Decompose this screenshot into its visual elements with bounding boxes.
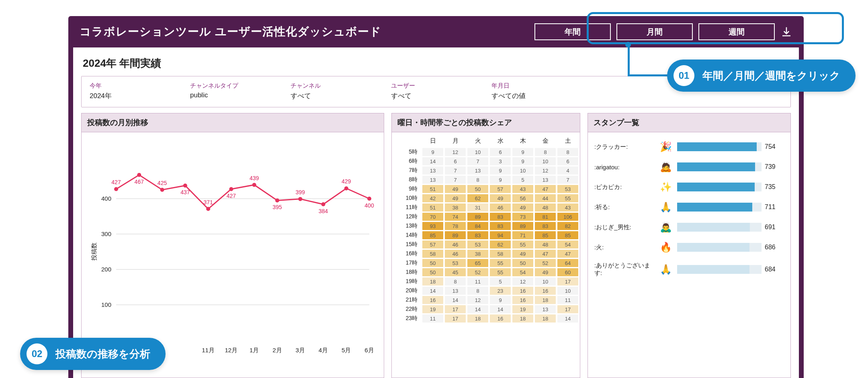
svg-text:200: 200 (101, 266, 111, 273)
svg-point-31 (275, 198, 279, 202)
stamp-bar (677, 162, 762, 171)
heatmap-cell: 3 (490, 157, 511, 165)
svg-point-17 (114, 187, 118, 191)
heatmap-cell: 10 (535, 157, 556, 165)
heatmap-cell: 14 (422, 157, 443, 165)
heatmap-hour: 13時 (398, 222, 421, 230)
stamp-row: :arigatou:🙇739 (594, 161, 784, 173)
stamp-emoji-icon: ✨ (658, 181, 674, 193)
svg-point-39 (367, 197, 371, 201)
heatmap-cell: 14 (490, 305, 511, 313)
stamp-bar (677, 183, 762, 191)
svg-text:11月: 11月 (202, 347, 215, 353)
heatmap-cell: 46 (490, 203, 511, 212)
heatmap-cell: 12 (535, 166, 556, 175)
callout-02-text: 投稿数の推移を分析 (55, 347, 150, 361)
heatmap-hour: 7時 (398, 167, 421, 174)
stamp-row: :クラッカー:🎉754 (594, 141, 784, 152)
heatmap-cell: 49 (512, 203, 533, 212)
filter-value: 2024年 (90, 91, 154, 101)
heatmap-cell: 23 (490, 287, 511, 295)
heatmap-hour: 16時 (398, 250, 421, 257)
heatmap-cell: 49 (445, 194, 466, 202)
heatmap-cell: 10 (557, 287, 578, 295)
heatmap-cell: 44 (535, 194, 556, 202)
heatmap-cell: 12 (512, 277, 533, 286)
heatmap-cell: 9 (490, 166, 511, 175)
heatmap-row: 7時13713910124 (398, 166, 573, 175)
heatmap-cell: 5 (490, 277, 511, 286)
heatmap-cell: 42 (422, 194, 443, 202)
heatmap-cell: 9 (512, 157, 533, 165)
heatmap-row: 16時58463858494747 (398, 250, 573, 258)
heatmap-cell: 58 (490, 250, 511, 258)
filter-item-3[interactable]: ユーザーすべて (391, 82, 455, 101)
svg-text:100: 100 (101, 301, 111, 308)
panel-heat-title: 曜日・時間帯ごとの投稿数シェア (392, 113, 580, 132)
heatmap-cell: 13 (422, 176, 443, 184)
heatmap-cell: 74 (445, 213, 466, 221)
heatmap-cell: 19 (512, 305, 533, 313)
heatmap-cell: 11 (422, 314, 443, 323)
filter-item-1[interactable]: チャンネルタイプpublic (190, 82, 254, 101)
heatmap-cell: 48 (535, 240, 556, 249)
heatmap-cell: 5 (512, 176, 533, 184)
heatmap-cell: 83 (535, 222, 556, 230)
stamp-bar (677, 265, 762, 274)
tab-month[interactable]: 月間 (616, 23, 693, 40)
heatmap-cell: 8 (445, 277, 466, 286)
heatmap-cell: 31 (467, 203, 488, 212)
heatmap-cell: 89 (467, 213, 488, 221)
heatmap-cell: 13 (445, 287, 466, 295)
filter-item-0[interactable]: 今年2024年 (90, 82, 154, 101)
heatmap-hour: 21時 (398, 296, 421, 304)
svg-point-23 (183, 183, 187, 187)
svg-text:400: 400 (101, 195, 111, 202)
svg-text:3月: 3月 (296, 347, 305, 353)
stamp-emoji-icon: 🙇 (658, 161, 674, 173)
heatmap-cell: 13 (535, 176, 556, 184)
tab-week[interactable]: 週間 (698, 23, 775, 40)
heatmap-cell: 12 (467, 296, 488, 304)
heatmap-hour: 8時 (398, 176, 421, 183)
heatmap-cell: 16 (512, 287, 533, 295)
heatmap-cell: 50 (467, 185, 488, 193)
heatmap-cell: 43 (557, 203, 578, 212)
heatmap-row: 21時1614129161811 (398, 296, 573, 304)
heatmap-cell: 50 (422, 268, 443, 276)
heatmap-cell: 4 (557, 166, 578, 175)
heatmap-cell: 93 (422, 222, 443, 230)
stamp-row: :ありがとうございます:🙏684 (594, 262, 784, 277)
svg-text:300: 300 (101, 230, 111, 237)
heatmap-cell: 38 (445, 203, 466, 212)
heatmap-cell: 50 (422, 259, 443, 267)
heatmap-row: 17時50536555505264 (398, 259, 573, 267)
heatmap-hour: 6時 (398, 158, 421, 165)
stamp-value: 739 (765, 163, 784, 171)
filter-item-4[interactable]: 年月日すべての値 (491, 82, 556, 101)
stamp-value: 711 (765, 203, 784, 211)
stamp-emoji-icon: 🙇‍♂️ (658, 222, 674, 233)
heatmap-cell: 12 (445, 148, 466, 156)
panel-stamp-body: :クラッカー:🎉754:arigatou:🙇739:ピカピカ:✨735:祈る:🙏… (588, 132, 790, 378)
heatmap-cell: 53 (445, 259, 466, 267)
heatmap-cell: 8 (467, 287, 488, 295)
heatmap-cell: 11 (557, 296, 578, 304)
heatmap-cell: 17 (557, 277, 578, 286)
tab-year[interactable]: 年間 (534, 23, 611, 40)
download-icon[interactable] (780, 26, 792, 38)
stamp-name: :火: (594, 244, 655, 251)
heatmap-cell: 55 (512, 240, 533, 249)
heatmap-row: 20時1413823161610 (398, 287, 573, 295)
stamp-row: :火:🔥686 (594, 242, 784, 253)
heatmap-row: 14時85898394718585 (398, 231, 573, 239)
heatmap-header: 日月火水木金土 (398, 137, 573, 145)
heatmap-row: 12時707489837381106 (398, 213, 573, 221)
filter-item-2[interactable]: チャンネルすべて (291, 82, 355, 101)
heatmap-cell: 53 (467, 240, 488, 249)
heatmap-row: 10時42496249564455 (398, 194, 573, 202)
heatmap-cell: 78 (445, 222, 466, 230)
heatmap-cell: 54 (512, 268, 533, 276)
panel-stamp-title: スタンプ一覧 (588, 113, 790, 132)
svg-text:395: 395 (272, 204, 282, 210)
